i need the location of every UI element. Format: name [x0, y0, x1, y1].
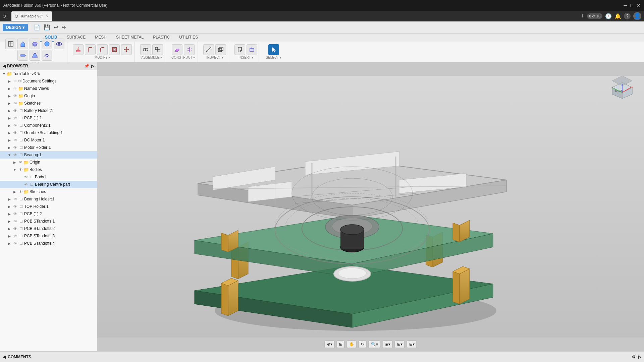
- hand-button[interactable]: ✋: [347, 341, 357, 348]
- pan-button[interactable]: ⊞: [337, 341, 345, 348]
- offset-plane-button[interactable]: [172, 44, 182, 55]
- expand-arrow[interactable]: ▶: [7, 109, 12, 113]
- insert-canvas-button[interactable]: [247, 44, 257, 55]
- tree-item[interactable]: ▶ 👁 ☐ Component3:1: [0, 122, 97, 129]
- visibility-icon[interactable]: 👁: [12, 86, 18, 90]
- tab-plastic[interactable]: PLASTIC: [148, 34, 174, 42]
- fillet-button[interactable]: [85, 44, 96, 55]
- browser-pin-icon[interactable]: 📌: [84, 64, 89, 68]
- revolve-button[interactable]: [30, 39, 40, 49]
- grid-button[interactable]: ⊞▾: [395, 341, 405, 348]
- visibility-icon[interactable]: 👁: [12, 153, 18, 157]
- tree-item[interactable]: ▶ 👁 ☐ PCB STandoffs:4: [0, 240, 97, 247]
- design-dropdown-button[interactable]: DESIGN ▾: [3, 24, 28, 31]
- comments-collapse-icon[interactable]: ◀: [3, 355, 6, 359]
- save-button[interactable]: 💾: [42, 23, 52, 31]
- tree-item[interactable]: ▶ 👁 ☐ Motor Holder:1: [0, 144, 97, 151]
- as-built-joint-button[interactable]: [152, 44, 163, 55]
- tab-sheet-metal[interactable]: SHEET METAL: [111, 34, 148, 42]
- expand-arrow[interactable]: ▶: [7, 94, 12, 98]
- shell-button[interactable]: [109, 44, 120, 55]
- expand-arrow[interactable]: ▶: [12, 190, 17, 194]
- inspect-label[interactable]: INSPECT ▾: [206, 56, 223, 59]
- tree-item[interactable]: 👁 ☐ Bearing Centre part: [0, 181, 97, 188]
- modify-label[interactable]: MODIFY ▾: [95, 56, 110, 59]
- visibility-icon[interactable]: 👁: [12, 234, 18, 238]
- tree-item[interactable]: 👁 ☐ Body1: [0, 173, 97, 181]
- select-label[interactable]: SELECT ▾: [266, 56, 281, 59]
- chamfer-button[interactable]: [97, 44, 108, 55]
- visibility-icon[interactable]: 👁: [12, 116, 18, 120]
- expand-arrow[interactable]: ▶: [7, 87, 12, 90]
- expand-arrow[interactable]: ▶: [7, 131, 12, 135]
- assemble-label[interactable]: ASSEMBLE ▾: [141, 56, 162, 59]
- expand-arrow[interactable]: ▶: [12, 161, 17, 164]
- tree-item[interactable]: ▼ 👁 ☐ Bearing:1: [0, 151, 97, 159]
- visibility-icon[interactable]: 👁: [12, 101, 18, 105]
- visibility-icon[interactable]: 👁: [12, 79, 18, 83]
- insert-label[interactable]: INSERT ▾: [238, 56, 253, 59]
- construct-label[interactable]: CONSTRUCT ▾: [171, 56, 195, 59]
- tree-item[interactable]: ▶ 👁 📁 Sketches: [0, 188, 97, 195]
- visibility-icon[interactable]: 👁: [12, 204, 18, 208]
- select-button[interactable]: [268, 44, 279, 55]
- visibility-icon[interactable]: 👁: [12, 145, 18, 149]
- active-tab[interactable]: ⬡ TurnTable v3* ✕: [11, 11, 52, 21]
- minimize-button[interactable]: ─: [624, 3, 627, 8]
- expand-arrow[interactable]: ▶: [7, 102, 12, 105]
- comments-expand-icon[interactable]: ▷: [638, 355, 641, 359]
- tab-mesh[interactable]: MESH: [90, 34, 111, 42]
- measure-button[interactable]: [203, 44, 214, 55]
- visibility-icon[interactable]: 👁: [12, 197, 18, 201]
- comments-gear-icon[interactable]: ⚙: [632, 355, 636, 359]
- tree-item[interactable]: ▶ 👁 ☐ PCB STandoffs:1: [0, 218, 97, 225]
- tree-item[interactable]: ▼ 👁 📁 Bodies: [0, 166, 97, 173]
- visibility-icon[interactable]: 👁: [17, 190, 23, 194]
- visibility-icon[interactable]: 👁: [12, 227, 18, 231]
- coil-button[interactable]: [42, 50, 52, 61]
- joint-button[interactable]: [140, 44, 151, 55]
- window-controls[interactable]: ─ □ ✕: [624, 3, 641, 8]
- browser-collapse-icon[interactable]: ◀: [3, 64, 6, 68]
- undo-button[interactable]: ↩: [52, 23, 59, 31]
- expand-arrow[interactable]: ▶: [7, 234, 12, 238]
- new-button[interactable]: 📄: [32, 23, 42, 31]
- expand-arrow[interactable]: ▶: [7, 124, 12, 127]
- tree-item[interactable]: ▶ 👁 ☐ PCB STandoffs:2: [0, 225, 97, 232]
- close-button[interactable]: ✕: [637, 3, 641, 8]
- tab-utilities[interactable]: UTILITIES: [174, 34, 203, 42]
- expand-arrow[interactable]: ▼: [12, 168, 17, 172]
- visibility-icon[interactable]: 👁: [23, 175, 29, 179]
- visibility-icon[interactable]: 👁: [17, 168, 23, 172]
- help-icon[interactable]: ?: [624, 13, 631, 19]
- expand-arrow[interactable]: ▼: [7, 153, 12, 157]
- viewport[interactable]: BACK X Y ⊕▾ ⊞ ✋ ⟳ 🔍▾ ▣▾ ⊞▾ ⊟▾: [97, 62, 644, 351]
- expand-arrow[interactable]: ▶: [7, 116, 12, 120]
- zoom-button[interactable]: 🔍▾: [369, 341, 380, 348]
- visibility-icon[interactable]: 👁: [12, 94, 18, 98]
- visibility-icon[interactable]: 👁: [12, 212, 18, 216]
- visibility-icon[interactable]: 👁: [17, 160, 23, 164]
- tree-item[interactable]: ▶ 👁 ☐ GearboxScaffolding:1: [0, 129, 97, 136]
- browser-expand-icon[interactable]: ▷: [91, 64, 94, 68]
- tree-item[interactable]: ▶ 👁 ☐ PCB (1):2: [0, 210, 97, 218]
- expand-arrow[interactable]: ▶: [7, 205, 12, 208]
- visibility-icon[interactable]: 👁: [12, 109, 18, 113]
- tree-item[interactable]: ▶ 👁 📁 Origin: [0, 92, 97, 100]
- tree-item[interactable]: ▶ 👁 ☐ PCB (1):1: [0, 114, 97, 122]
- orbit-button[interactable]: ⊕▾: [325, 341, 335, 348]
- display-mode-button[interactable]: ▣▾: [382, 341, 393, 348]
- expand-arrow[interactable]: ▼: [1, 72, 7, 76]
- tab-surface[interactable]: SURFACE: [62, 34, 91, 42]
- tree-item[interactable]: ▶ 👁 ⚙ Document Settings: [0, 77, 97, 85]
- expand-arrow[interactable]: ▶: [7, 220, 12, 223]
- tree-item[interactable]: ▶ 👁 ☐ PCB STandoffs:3: [0, 232, 97, 240]
- visibility-icon[interactable]: 👁: [23, 182, 29, 186]
- expand-arrow[interactable]: ▶: [7, 146, 12, 149]
- loft-button[interactable]: [30, 50, 40, 61]
- redo-button[interactable]: ↪: [60, 23, 67, 31]
- torus-button[interactable]: [54, 39, 64, 49]
- nav-cube[interactable]: BACK X Y: [607, 69, 637, 99]
- midplane-button[interactable]: [184, 44, 195, 55]
- sphere-button[interactable]: [42, 39, 52, 49]
